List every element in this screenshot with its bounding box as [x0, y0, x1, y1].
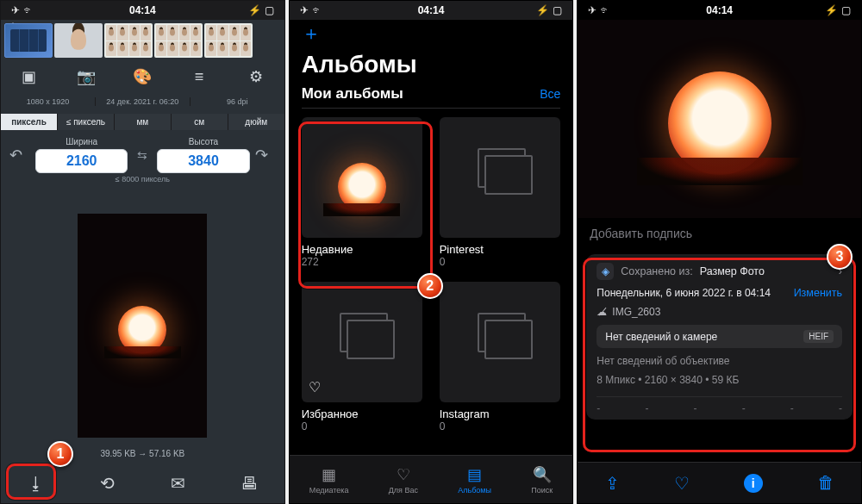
- share-button[interactable]: ⟲: [84, 473, 130, 494]
- tab-search[interactable]: 🔍 Поиск: [531, 465, 553, 495]
- image-preview[interactable]: [78, 214, 207, 438]
- airplane-icon: ✈: [588, 4, 597, 16]
- lock-aspect-icon[interactable]: ⇆: [133, 148, 152, 162]
- album-name: Избранное: [302, 408, 422, 420]
- download-button[interactable]: ⭳: [13, 474, 59, 494]
- file-row: ☁̸ IMG_2603: [597, 306, 842, 318]
- undo-icon[interactable]: ↶: [9, 146, 30, 165]
- edit-date-link[interactable]: Изменить: [794, 287, 842, 299]
- airplane-icon: ✈: [11, 4, 20, 16]
- status-time: 04:14: [418, 4, 445, 16]
- unit-mm[interactable]: мм: [115, 114, 172, 130]
- filesize-compare: 39.95 KB → 57.16 KB: [100, 449, 184, 458]
- unit-maxpixel[interactable]: ≤ пиксель: [58, 114, 115, 130]
- tab-label: Медиатека: [309, 486, 349, 495]
- photo-toolbar: ⇪ ♡ i 🗑: [578, 462, 861, 503]
- meta-resolution: 1080 x 1920: [1, 97, 96, 106]
- height-label: Высота: [157, 137, 249, 146]
- sun-graphic: [338, 163, 386, 211]
- photo-hero[interactable]: [578, 20, 861, 218]
- panel-resize-app: ✈ ᯤ 04:14 ⚡ ▢ Ad ▣ 📷 🎨 ≡ ⚙ 1080 x 192: [0, 0, 285, 504]
- tab-bar: ▦ Медиатека ♡ Для Вас ▤ Альбомы 🔍 Поиск: [290, 455, 573, 503]
- redo-icon[interactable]: ↷: [255, 146, 276, 165]
- panel-photo-info: ✈ ᯤ 04:14 ⚡ ▢ Добавить подпись ◈ Сохране…: [577, 0, 862, 504]
- section-title: Мои альбомы: [302, 85, 403, 103]
- albums-grid: Недавние 272 Pinterest 0 ♡ Избранное 0 I…: [290, 109, 573, 441]
- main-toolbar: ▣ 📷 🎨 ≡ ⚙: [1, 61, 284, 92]
- search-icon: 🔍: [531, 465, 553, 484]
- bottom-action-bar: ⭳ ⟲ ✉ 🖶: [1, 464, 284, 503]
- album-name: Pinterest: [440, 243, 560, 256]
- album-count: 272: [302, 256, 422, 268]
- tab-library[interactable]: ▦ Медиатека: [309, 465, 349, 495]
- thumb-portrait[interactable]: [54, 23, 103, 58]
- charging-icon: ⚡: [536, 4, 549, 16]
- add-album-button[interactable]: ＋: [302, 21, 321, 47]
- album-favorites[interactable]: ♡ Избранное 0: [302, 282, 422, 432]
- section-header: Мои альбомы Все: [290, 85, 573, 108]
- unit-inch[interactable]: дюйм: [228, 114, 284, 130]
- sliders-icon[interactable]: ≡: [182, 68, 216, 86]
- no-camera-label: Нет сведений о камере: [605, 331, 717, 343]
- album-count: 0: [440, 420, 560, 432]
- album-pinterest[interactable]: Pinterest 0: [440, 117, 560, 268]
- thumb-app-icon[interactable]: [4, 23, 53, 58]
- unit-segmented[interactable]: пиксель ≤ пиксель мм см дюйм: [1, 111, 284, 132]
- thumb-passport-3[interactable]: [204, 23, 253, 58]
- height-field[interactable]: 3840: [157, 149, 249, 173]
- trash-icon[interactable]: 🗑: [817, 473, 834, 493]
- max-limit-label: ≤ 8000 пиксель: [1, 175, 284, 187]
- camera-icon[interactable]: 📷: [69, 67, 103, 86]
- thumb-passport-1[interactable]: [104, 23, 153, 58]
- info-sheet: ◈ Сохранено из: Размер Фото › Понедельни…: [586, 254, 853, 420]
- mail-button[interactable]: ✉: [154, 473, 201, 494]
- source-app-icon: ◈: [597, 263, 614, 280]
- tab-label: Для Вас: [389, 486, 418, 495]
- info-icon[interactable]: i: [744, 474, 763, 493]
- wifi-icon: ᯤ: [23, 4, 34, 16]
- charging-icon: ⚡: [825, 4, 838, 16]
- meta-date: 24 дек. 2021 г. 06:20: [96, 97, 191, 106]
- chevron-right-icon: ›: [839, 265, 842, 277]
- see-all-link[interactable]: Все: [540, 87, 560, 101]
- album-name: Instagram: [440, 408, 560, 420]
- album-name: Недавние: [302, 243, 422, 256]
- saved-from-app: Размер Фото: [700, 265, 765, 277]
- template-thumb-row[interactable]: Ad: [1, 20, 284, 61]
- specs-row: 8 Мпикс • 2160 × 3840 • 59 КБ: [597, 374, 842, 386]
- print-button[interactable]: 🖶: [226, 474, 272, 494]
- tab-label: Поиск: [531, 486, 553, 495]
- thumb-passport-2[interactable]: [154, 23, 203, 58]
- preview-canvas: 39.95 KB → 57.16 KB: [1, 187, 284, 464]
- status-time: 04:14: [706, 4, 733, 16]
- wifi-icon: ᯤ: [600, 4, 610, 16]
- gallery-icon[interactable]: ▣: [12, 67, 47, 86]
- share-icon[interactable]: ⇪: [605, 473, 620, 494]
- saved-from-row[interactable]: ◈ Сохранено из: Размер Фото ›: [597, 263, 842, 280]
- album-instagram[interactable]: Instagram 0: [440, 282, 560, 432]
- tab-albums[interactable]: ▤ Альбомы: [458, 465, 491, 495]
- tab-label: Альбомы: [458, 486, 491, 495]
- charging-icon: ⚡: [248, 4, 261, 16]
- sun-graphic: [668, 72, 771, 175]
- album-count: 0: [302, 420, 422, 432]
- battery-icon: ▢: [841, 4, 851, 16]
- tab-for-you[interactable]: ♡ Для Вас: [389, 465, 418, 495]
- panel-photos-albums: ✈ ᯤ 04:14 ⚡ ▢ ＋ Альбомы Мои альбомы Все …: [289, 0, 574, 504]
- unit-pixel[interactable]: пиксель: [1, 114, 58, 130]
- sun-graphic: [118, 306, 166, 354]
- gear-icon[interactable]: ⚙: [239, 67, 273, 86]
- caption-field[interactable]: Добавить подпись: [578, 218, 861, 249]
- metadata-row: 1080 x 1920 24 дек. 2021 г. 06:20 96 dpi: [1, 92, 284, 111]
- palette-icon[interactable]: 🎨: [125, 67, 159, 86]
- unit-cm[interactable]: см: [172, 114, 228, 130]
- width-field[interactable]: 2160: [35, 149, 128, 173]
- album-recents[interactable]: Недавние 272: [302, 117, 422, 268]
- saved-from-label: Сохранено из:: [621, 265, 692, 277]
- photo-date: Понедельник, 6 июня 2022 г. в 04:14: [597, 287, 786, 299]
- lens-label: Нет сведений об объективе: [597, 355, 842, 367]
- filename: IMG_2603: [612, 306, 660, 318]
- status-bar: ✈ ᯤ 04:14 ⚡ ▢: [290, 1, 573, 20]
- battery-icon: ▢: [553, 4, 562, 16]
- favorite-icon[interactable]: ♡: [674, 473, 690, 494]
